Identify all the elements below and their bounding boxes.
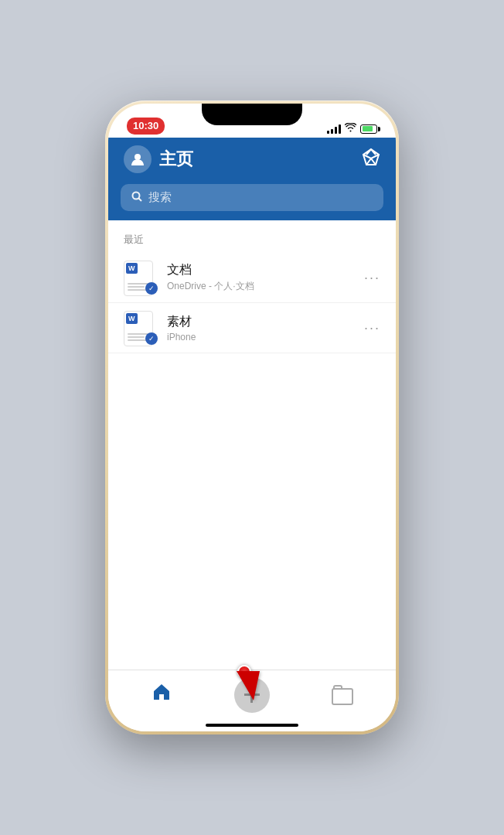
battery-icon: [360, 124, 377, 134]
file-icon-2: W ✓: [124, 311, 158, 345]
file-info-1: 文档 OneDrive - 个人·文档: [167, 262, 355, 293]
search-bar: 搜索: [108, 184, 396, 220]
list-item[interactable]: W ✓ 素材 iPhone ···: [108, 303, 396, 353]
file-sub-1: OneDrive - 个人·文档: [167, 280, 355, 293]
diamond-icon[interactable]: [362, 148, 380, 171]
file-name-1: 文档: [167, 262, 355, 278]
svg-line-3: [371, 158, 376, 165]
tab-add[interactable]: [206, 677, 297, 713]
signal-icon: [327, 124, 341, 134]
more-button-1[interactable]: ···: [364, 270, 380, 286]
tab-bar: [108, 670, 396, 731]
status-time: 10:30: [127, 118, 165, 135]
wifi-icon: [345, 123, 356, 135]
notch: [202, 104, 302, 125]
tab-home[interactable]: [116, 682, 206, 707]
svg-marker-1: [363, 149, 379, 165]
svg-line-2: [366, 158, 371, 165]
add-button[interactable]: [234, 677, 270, 713]
search-icon: [131, 191, 142, 204]
status-icons: [327, 123, 377, 135]
avatar[interactable]: [124, 145, 152, 173]
list-item[interactable]: W ✓ 文档 OneDrive - 个人·文档 ···: [108, 253, 396, 303]
content-area: 最近 W ✓ 文档 OneDrive - 个人: [108, 220, 396, 670]
file-name-2: 素材: [167, 314, 355, 330]
home-icon: [152, 682, 172, 707]
file-sub-2: iPhone: [167, 332, 355, 343]
recent-label: 最近: [108, 228, 396, 253]
svg-line-7: [139, 199, 142, 202]
header-left: 主页: [124, 145, 193, 173]
file-info-2: 素材 iPhone: [167, 314, 355, 343]
phone-frame: 10:30: [105, 101, 399, 734]
more-button-2[interactable]: ···: [364, 320, 380, 336]
search-input-wrap[interactable]: 搜索: [121, 184, 383, 211]
svg-point-6: [133, 193, 140, 199]
sync-badge-2: ✓: [145, 332, 158, 345]
home-bar: [206, 724, 298, 727]
sync-badge-1: ✓: [145, 282, 158, 295]
app-header: 主页: [108, 138, 396, 184]
svg-point-0: [135, 154, 141, 160]
search-placeholder: 搜索: [148, 190, 172, 205]
file-icon-1: W ✓: [124, 261, 158, 295]
phone-screen: 10:30: [108, 104, 396, 731]
tab-files[interactable]: [298, 685, 388, 705]
files-icon: [332, 685, 353, 705]
page-title: 主页: [159, 148, 193, 171]
